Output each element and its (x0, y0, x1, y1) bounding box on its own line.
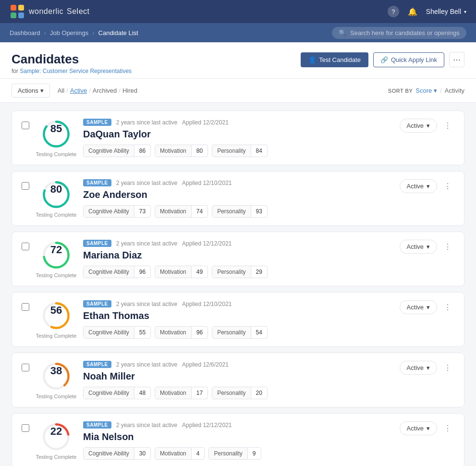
card-kebab-button[interactable]: ⋮ (441, 361, 454, 375)
sample-badge: SAMPLE (83, 179, 111, 186)
sample-badge: SAMPLE (83, 361, 111, 368)
card-meta: SAMPLE 2 years since last active Applied… (83, 179, 392, 186)
sort-score-button[interactable]: Score ▾ (415, 87, 437, 94)
score-status: Testing Complete (36, 454, 77, 460)
cognitive-ability-pill: Cognitive Ability 73 (83, 205, 151, 218)
candidate-checkbox[interactable] (22, 364, 29, 371)
card-actions: Active ▾ ⋮ (400, 300, 454, 314)
breadcrumb-dashboard[interactable]: Dashboard (10, 29, 40, 37)
filter-hired[interactable]: Hired (122, 87, 137, 94)
candidate-name[interactable]: Zoe Anderson (83, 189, 392, 200)
card-actions: Active ▾ ⋮ (400, 421, 454, 435)
applied-text: Applied 12/10/2021 (182, 301, 232, 307)
candidate-name[interactable]: Noah Miller (83, 371, 392, 382)
candidate-name[interactable]: Mariana Diaz (83, 250, 392, 261)
card-kebab-button[interactable]: ⋮ (441, 180, 454, 193)
status-dropdown[interactable]: Active ▾ (400, 361, 437, 375)
motivation-pill: Motivation 49 (155, 266, 208, 278)
cognitive-ability-pill: Cognitive Ability 30 (83, 447, 151, 460)
candidate-checkbox[interactable] (22, 303, 29, 311)
subtitle-link[interactable]: Sample: Customer Service Representatives (20, 68, 132, 74)
svg-rect-3 (18, 12, 24, 18)
card-actions: Active ▾ ⋮ (400, 240, 454, 254)
score-circle: 22 Testing Complete (37, 421, 75, 460)
since-text: 2 years since last active (116, 422, 177, 429)
status-label: Active (407, 183, 424, 190)
sample-badge: SAMPLE (83, 300, 111, 307)
personality-pill: Personality 84 (212, 145, 268, 157)
status-dropdown[interactable]: Active ▾ (400, 300, 437, 314)
candidate-checkbox[interactable] (22, 122, 29, 129)
breadcrumb: Dashboard › Job Openings › Candidate Lis… (10, 29, 138, 37)
sample-badge: SAMPLE (83, 119, 111, 126)
status-dropdown[interactable]: Active ▾ (400, 179, 437, 193)
personality-label: Personality (212, 266, 250, 278)
motivation-label: Motivation (155, 327, 191, 338)
actions-dropdown[interactable]: Actions ▾ (12, 84, 50, 98)
breadcrumb-current: Candidate List (98, 29, 138, 37)
personality-label: Personality (209, 448, 247, 459)
status-dropdown[interactable]: Active ▾ (400, 421, 437, 435)
card-kebab-button[interactable]: ⋮ (441, 301, 454, 314)
quick-apply-button[interactable]: 🔗 Quick Apply Link (373, 52, 444, 67)
test-candidate-button[interactable]: 👤 Test Candidate (301, 52, 368, 67)
score-number: 56 (50, 305, 62, 316)
status-dropdown[interactable]: Active ▾ (400, 240, 437, 254)
page-title: Candidates (12, 52, 132, 67)
cognitive-value: 48 (134, 387, 150, 399)
candidate-checkbox[interactable] (22, 424, 29, 432)
motivation-label: Motivation (155, 145, 191, 157)
personality-value: 20 (251, 387, 267, 399)
motivation-value: 80 (191, 145, 207, 157)
card-actions: Active ▾ ⋮ (400, 361, 454, 375)
personality-label: Personality (212, 145, 250, 157)
bell-icon[interactable]: 🔔 (407, 6, 418, 17)
more-options-button[interactable]: ⋯ (449, 52, 464, 67)
since-text: 2 years since last active (116, 301, 177, 307)
help-icon[interactable]: ? (388, 6, 399, 17)
filter-active[interactable]: Active (70, 87, 87, 94)
sort-right: SORT BY Score ▾ / Activity (388, 87, 464, 94)
score-number: 72 (50, 245, 62, 255)
logo-text: wonderlic Select (29, 7, 90, 16)
breadcrumb-sep-1: › (44, 29, 46, 37)
candidate-name[interactable]: Mia Nelson (83, 431, 392, 442)
candidate-name[interactable]: Ethan Thomas (83, 310, 392, 321)
page-header-top: Candidates for Sample: Customer Service … (12, 52, 464, 74)
breadcrumb-sep-2: › (92, 29, 94, 37)
candidate-checkbox[interactable] (22, 182, 29, 190)
card-kebab-button[interactable]: ⋮ (441, 422, 454, 435)
status-chevron-icon: ▾ (427, 364, 430, 371)
score-status: Testing Complete (36, 151, 77, 157)
personality-value: 93 (251, 206, 267, 217)
search-bar: 🔍 (332, 27, 466, 39)
breadcrumb-job-openings[interactable]: Job Openings (50, 29, 88, 37)
cognitive-label: Cognitive Ability (84, 448, 134, 459)
personality-value: 84 (251, 145, 267, 157)
card-kebab-button[interactable]: ⋮ (441, 240, 454, 254)
card-kebab-button[interactable]: ⋮ (441, 119, 454, 133)
personality-pill: Personality 29 (212, 266, 268, 278)
score-status: Testing Complete (36, 212, 77, 218)
user-menu[interactable]: Shelley Bell ▾ (426, 8, 466, 15)
sample-badge: SAMPLE (83, 240, 111, 247)
candidates-list: 85 Testing Complete SAMPLE 2 years since… (0, 103, 476, 466)
candidate-checkbox[interactable] (22, 243, 29, 250)
filter-sep-1: / (66, 87, 68, 94)
sample-badge: SAMPLE (83, 421, 111, 429)
search-input[interactable] (350, 29, 460, 37)
sort-activity-button[interactable]: Activity (445, 87, 464, 94)
filter-archived[interactable]: Archived (93, 87, 117, 94)
breadcrumb-bar: Dashboard › Job Openings › Candidate Lis… (0, 23, 476, 42)
card-meta: SAMPLE 2 years since last active Applied… (83, 421, 392, 429)
cognitive-value: 86 (134, 145, 150, 157)
score-circle: 72 Testing Complete (37, 240, 75, 278)
candidate-card: 38 Testing Complete SAMPLE 2 years since… (12, 353, 464, 407)
card-content: SAMPLE 2 years since last active Applied… (83, 421, 392, 460)
personality-value: 54 (251, 327, 267, 338)
candidate-name[interactable]: DaQuan Taylor (83, 129, 392, 140)
svg-rect-1 (18, 5, 24, 11)
filter-all[interactable]: All (58, 87, 64, 94)
status-dropdown[interactable]: Active ▾ (400, 119, 437, 133)
page-subtitle: for Sample: Customer Service Representat… (12, 68, 132, 74)
